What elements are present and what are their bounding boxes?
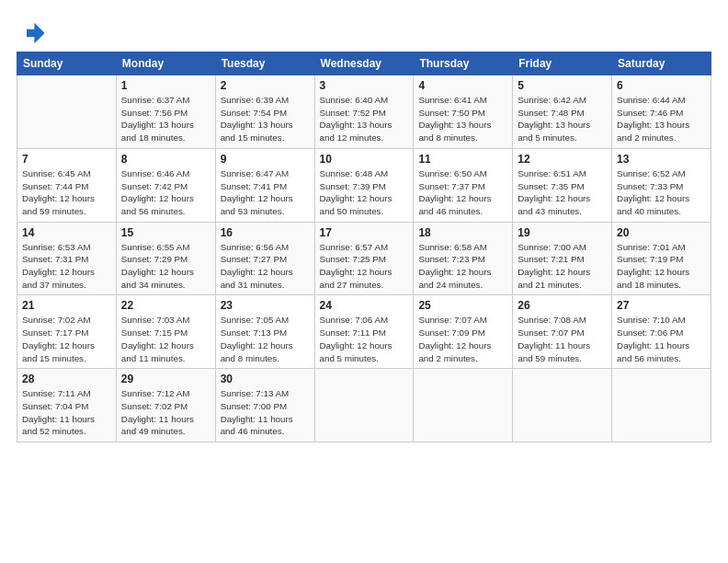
day-info: Sunrise: 6:51 AM Sunset: 7:35 PM Dayligh…	[518, 167, 607, 218]
calendar-col-friday: Friday	[513, 52, 612, 75]
logo	[17, 20, 46, 46]
day-number: 4	[418, 79, 507, 92]
calendar-cell: 28Sunrise: 7:11 AM Sunset: 7:04 PM Dayli…	[17, 369, 117, 442]
calendar-cell	[414, 369, 513, 442]
day-number: 30	[221, 373, 310, 385]
day-info: Sunrise: 7:11 AM Sunset: 7:04 PM Dayligh…	[22, 387, 111, 438]
header	[17, 17, 711, 46]
calendar-cell: 17Sunrise: 6:57 AM Sunset: 7:25 PM Dayli…	[314, 222, 414, 295]
day-info: Sunrise: 6:45 AM Sunset: 7:44 PM Dayligh…	[22, 167, 111, 218]
day-info: Sunrise: 7:02 AM Sunset: 7:17 PM Dayligh…	[22, 314, 111, 364]
day-number: 26	[518, 299, 607, 312]
day-info: Sunrise: 6:57 AM Sunset: 7:25 PM Dayligh…	[320, 241, 409, 292]
calendar-cell: 25Sunrise: 7:07 AM Sunset: 7:09 PM Dayli…	[414, 295, 513, 369]
day-number: 28	[22, 373, 111, 385]
calendar-week-3: 14Sunrise: 6:53 AM Sunset: 7:31 PM Dayli…	[17, 222, 711, 295]
day-info: Sunrise: 6:41 AM Sunset: 7:50 PM Dayligh…	[418, 94, 507, 144]
calendar-cell: 22Sunrise: 7:03 AM Sunset: 7:15 PM Dayli…	[116, 295, 215, 369]
calendar-cell: 8Sunrise: 6:46 AM Sunset: 7:42 PM Daylig…	[116, 148, 215, 222]
calendar-cell: 26Sunrise: 7:08 AM Sunset: 7:07 PM Dayli…	[513, 295, 612, 369]
day-number: 22	[121, 299, 210, 312]
calendar-col-monday: Monday	[116, 52, 215, 75]
calendar-header-row: SundayMondayTuesdayWednesdayThursdayFrid…	[17, 52, 711, 75]
day-info: Sunrise: 6:37 AM Sunset: 7:56 PM Dayligh…	[121, 94, 210, 144]
day-info: Sunrise: 6:44 AM Sunset: 7:46 PM Dayligh…	[617, 94, 706, 144]
calendar-cell: 27Sunrise: 7:10 AM Sunset: 7:06 PM Dayli…	[612, 295, 711, 369]
day-number: 7	[22, 153, 111, 166]
day-info: Sunrise: 7:05 AM Sunset: 7:13 PM Dayligh…	[221, 314, 310, 364]
calendar-cell	[513, 369, 612, 442]
day-number: 1	[121, 79, 210, 92]
day-number: 14	[22, 226, 111, 239]
day-info: Sunrise: 6:48 AM Sunset: 7:39 PM Dayligh…	[320, 167, 409, 218]
calendar-cell: 10Sunrise: 6:48 AM Sunset: 7:39 PM Dayli…	[314, 148, 414, 222]
calendar-cell: 24Sunrise: 7:06 AM Sunset: 7:11 PM Dayli…	[314, 295, 414, 369]
day-number: 10	[320, 153, 409, 166]
day-info: Sunrise: 6:39 AM Sunset: 7:54 PM Dayligh…	[221, 94, 310, 144]
day-number: 23	[221, 299, 310, 312]
calendar-cell: 19Sunrise: 7:00 AM Sunset: 7:21 PM Dayli…	[513, 222, 612, 295]
calendar-cell: 14Sunrise: 6:53 AM Sunset: 7:31 PM Dayli…	[17, 222, 117, 295]
calendar-cell: 3Sunrise: 6:40 AM Sunset: 7:52 PM Daylig…	[314, 75, 414, 149]
day-info: Sunrise: 6:53 AM Sunset: 7:31 PM Dayligh…	[22, 241, 111, 292]
day-info: Sunrise: 7:03 AM Sunset: 7:15 PM Dayligh…	[121, 314, 210, 364]
calendar-cell: 11Sunrise: 6:50 AM Sunset: 7:37 PM Dayli…	[414, 148, 513, 222]
day-number: 20	[617, 226, 706, 239]
calendar-col-saturday: Saturday	[612, 52, 711, 75]
calendar-cell	[314, 369, 414, 442]
calendar-cell: 6Sunrise: 6:44 AM Sunset: 7:46 PM Daylig…	[612, 75, 711, 149]
calendar-cell: 5Sunrise: 6:42 AM Sunset: 7:48 PM Daylig…	[513, 75, 612, 149]
day-info: Sunrise: 6:50 AM Sunset: 7:37 PM Dayligh…	[418, 167, 507, 218]
day-number: 5	[518, 79, 607, 92]
day-info: Sunrise: 7:12 AM Sunset: 7:02 PM Dayligh…	[121, 387, 210, 438]
calendar-week-1: 1Sunrise: 6:37 AM Sunset: 7:56 PM Daylig…	[17, 75, 711, 149]
calendar-table: SundayMondayTuesdayWednesdayThursdayFrid…	[17, 52, 711, 442]
day-number: 13	[617, 153, 706, 166]
day-number: 15	[121, 226, 210, 239]
calendar-cell: 16Sunrise: 6:56 AM Sunset: 7:27 PM Dayli…	[215, 222, 314, 295]
calendar-cell: 2Sunrise: 6:39 AM Sunset: 7:54 PM Daylig…	[215, 75, 314, 149]
day-number: 11	[418, 153, 507, 166]
calendar-cell: 9Sunrise: 6:47 AM Sunset: 7:41 PM Daylig…	[215, 148, 314, 222]
calendar-col-wednesday: Wednesday	[314, 52, 414, 75]
calendar-col-tuesday: Tuesday	[215, 52, 314, 75]
day-info: Sunrise: 7:01 AM Sunset: 7:19 PM Dayligh…	[617, 241, 706, 292]
day-info: Sunrise: 7:00 AM Sunset: 7:21 PM Dayligh…	[518, 241, 607, 292]
day-info: Sunrise: 6:46 AM Sunset: 7:42 PM Dayligh…	[121, 167, 210, 218]
day-info: Sunrise: 6:58 AM Sunset: 7:23 PM Dayligh…	[418, 241, 507, 292]
day-info: Sunrise: 6:52 AM Sunset: 7:33 PM Dayligh…	[617, 167, 706, 218]
day-number: 9	[221, 153, 310, 166]
page: SundayMondayTuesdayWednesdayThursdayFrid…	[0, 0, 728, 563]
day-number: 8	[121, 153, 210, 166]
day-number: 29	[121, 373, 210, 385]
day-info: Sunrise: 6:55 AM Sunset: 7:29 PM Dayligh…	[121, 241, 210, 292]
day-info: Sunrise: 7:10 AM Sunset: 7:06 PM Dayligh…	[617, 314, 706, 364]
calendar-cell: 1Sunrise: 6:37 AM Sunset: 7:56 PM Daylig…	[116, 75, 215, 149]
day-info: Sunrise: 7:08 AM Sunset: 7:07 PM Dayligh…	[518, 314, 607, 364]
day-number: 25	[418, 299, 507, 312]
day-info: Sunrise: 6:42 AM Sunset: 7:48 PM Dayligh…	[518, 94, 607, 144]
day-number: 19	[518, 226, 607, 239]
calendar-cell: 7Sunrise: 6:45 AM Sunset: 7:44 PM Daylig…	[17, 148, 117, 222]
day-number: 17	[320, 226, 409, 239]
day-info: Sunrise: 6:56 AM Sunset: 7:27 PM Dayligh…	[221, 241, 310, 292]
calendar-week-4: 21Sunrise: 7:02 AM Sunset: 7:17 PM Dayli…	[17, 295, 711, 369]
calendar-cell: 4Sunrise: 6:41 AM Sunset: 7:50 PM Daylig…	[414, 75, 513, 149]
calendar-col-thursday: Thursday	[414, 52, 513, 75]
calendar-col-sunday: Sunday	[17, 52, 117, 75]
day-info: Sunrise: 6:47 AM Sunset: 7:41 PM Dayligh…	[221, 167, 310, 218]
calendar-cell: 18Sunrise: 6:58 AM Sunset: 7:23 PM Dayli…	[414, 222, 513, 295]
calendar-week-5: 28Sunrise: 7:11 AM Sunset: 7:04 PM Dayli…	[17, 369, 711, 442]
calendar-cell: 20Sunrise: 7:01 AM Sunset: 7:19 PM Dayli…	[612, 222, 711, 295]
day-number: 16	[221, 226, 310, 239]
svg-marker-0	[27, 23, 45, 43]
day-number: 21	[22, 299, 111, 312]
calendar-week-2: 7Sunrise: 6:45 AM Sunset: 7:44 PM Daylig…	[17, 148, 711, 222]
calendar-cell: 21Sunrise: 7:02 AM Sunset: 7:17 PM Dayli…	[17, 295, 117, 369]
calendar-cell: 23Sunrise: 7:05 AM Sunset: 7:13 PM Dayli…	[215, 295, 314, 369]
day-number: 18	[418, 226, 507, 239]
calendar-cell: 30Sunrise: 7:13 AM Sunset: 7:00 PM Dayli…	[215, 369, 314, 442]
calendar-cell: 13Sunrise: 6:52 AM Sunset: 7:33 PM Dayli…	[612, 148, 711, 222]
day-number: 12	[518, 153, 607, 166]
calendar-cell	[612, 369, 711, 442]
